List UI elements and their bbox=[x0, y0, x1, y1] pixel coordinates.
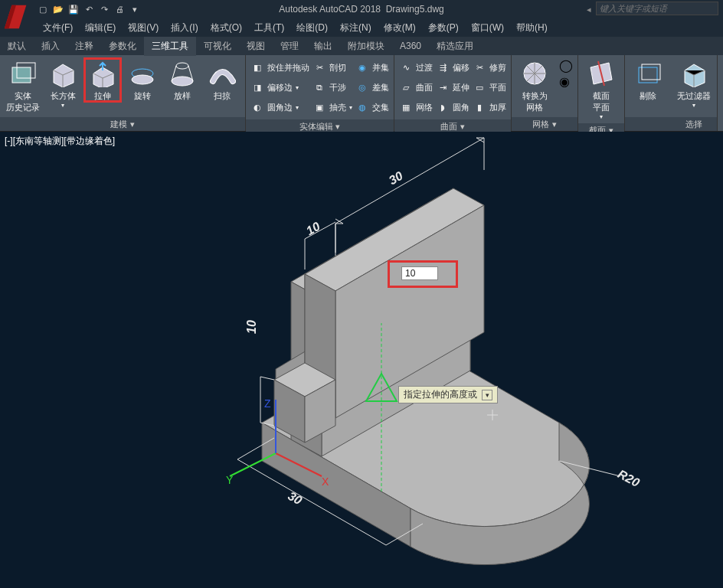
quick-access-toolbar: ▢ 📂 💾 ↶ ↷ 🖨 ▾ bbox=[37, 3, 141, 15]
menu-param[interactable]: 参数(P) bbox=[422, 21, 465, 34]
sweep-button[interactable]: 扫掠 bbox=[204, 58, 240, 102]
planar-icon: ▭ bbox=[473, 80, 486, 94]
mesh-refine-icon[interactable]: ◉ bbox=[559, 74, 573, 89]
panel-solid-edit: ◧按住并拖动 ◨偏移边▾ ◐圆角边▾ ✂剖切 ⧉干涉 ▣抽壳▾ ◉并集 ◎差集 … bbox=[246, 55, 394, 131]
trim-button[interactable]: ✂修剪 bbox=[473, 58, 506, 77]
chevron-left-icon[interactable]: ◂ bbox=[587, 5, 591, 15]
tab-insert[interactable]: 插入 bbox=[34, 37, 67, 56]
svg-text:Y: Y bbox=[226, 474, 234, 486]
panel-mesh: 转换为 网格 ◯ ◉ 网格 ▾ bbox=[512, 55, 578, 131]
surf-fillet-button[interactable]: ◗圆角 bbox=[436, 98, 469, 116]
tab-featured[interactable]: 精选应用 bbox=[429, 37, 481, 56]
box-icon bbox=[47, 58, 78, 89]
extrude-icon bbox=[87, 58, 118, 89]
titlebar: ▢ 📂 💾 ↶ ↷ 🖨 ▾ Autodesk AutoCAD 2018 Draw… bbox=[0, 0, 723, 18]
tab-output[interactable]: 输出 bbox=[306, 37, 340, 56]
svg-point-5 bbox=[172, 77, 193, 86]
intersect-button[interactable]: ◍交集 bbox=[355, 98, 389, 116]
extend-button[interactable]: ⇥延伸 bbox=[436, 78, 469, 96]
menu-draw[interactable]: 绘图(D) bbox=[290, 21, 334, 34]
offset-edge-button[interactable]: ◨偏移边▾ bbox=[250, 78, 309, 96]
subtract-button[interactable]: ◎差集 bbox=[355, 78, 389, 96]
subtract-icon: ◎ bbox=[355, 80, 369, 94]
svg-point-4 bbox=[176, 63, 188, 69]
tab-parametric[interactable]: 参数化 bbox=[101, 37, 144, 56]
to-mesh-button[interactable]: 转换为 网格 bbox=[516, 58, 553, 113]
panel-mesh-title[interactable]: 网格 ▾ bbox=[512, 117, 577, 131]
menu-modify[interactable]: 修改(M) bbox=[378, 21, 422, 34]
network-button[interactable]: ▦网络 bbox=[399, 98, 433, 116]
tab-default[interactable]: 默认 bbox=[0, 37, 34, 56]
menu-format[interactable]: 格式(O) bbox=[204, 21, 248, 34]
no-filter-button[interactable]: 无过滤器▾ bbox=[676, 58, 712, 109]
svg-text:X: X bbox=[322, 475, 329, 488]
slice-button[interactable]: ✂剖切 bbox=[312, 58, 352, 77]
tab-view[interactable]: 视图 bbox=[239, 37, 273, 56]
tab-addins[interactable]: 附加模块 bbox=[340, 37, 392, 56]
menu-dim[interactable]: 标注(N) bbox=[334, 21, 378, 34]
union-button[interactable]: ◉并集 bbox=[355, 58, 389, 77]
menu-view[interactable]: 视图(V) bbox=[122, 21, 165, 34]
section-plane-button[interactable]: 截面 平面▾ bbox=[583, 58, 620, 120]
panel-single-subtract: 剔除 bbox=[625, 55, 671, 131]
box-button[interactable]: 长方体▾ bbox=[44, 58, 81, 109]
panel-select-title[interactable]: 选择 bbox=[671, 117, 717, 131]
new-icon[interactable]: ▢ bbox=[37, 3, 49, 15]
section-plane-icon bbox=[586, 58, 617, 89]
tooltip-dropdown-icon[interactable]: ▾ bbox=[482, 390, 492, 400]
menu-file[interactable]: 文件(F) bbox=[37, 21, 79, 34]
cull-button[interactable]: 剔除 bbox=[630, 58, 666, 102]
save-icon[interactable]: 💾 bbox=[67, 3, 80, 15]
loft-button[interactable]: 放样 bbox=[164, 58, 201, 102]
menu-help[interactable]: 帮助(H) bbox=[510, 21, 554, 34]
tab-annotate[interactable]: 注释 bbox=[67, 37, 101, 56]
tab-a360[interactable]: A360 bbox=[392, 38, 429, 54]
presspull-button[interactable]: ◧按住并拖动 bbox=[250, 58, 309, 77]
app-logo[interactable] bbox=[0, 0, 32, 37]
intersect-icon: ◍ bbox=[355, 100, 369, 114]
tab-visualize[interactable]: 可视化 bbox=[196, 37, 239, 56]
redo-icon[interactable]: ↷ bbox=[98, 3, 110, 15]
revolve-button[interactable]: 旋转 bbox=[124, 58, 161, 102]
menu-window[interactable]: 窗口(W) bbox=[465, 21, 510, 34]
mesh-smooth-icon[interactable]: ◯ bbox=[559, 58, 573, 73]
ribbon-tabs: 默认 插入 注释 参数化 三维工具 可视化 视图 管理 输出 附加模块 A360… bbox=[0, 37, 723, 55]
extend-icon: ⇥ bbox=[436, 80, 450, 94]
solid-history-icon bbox=[8, 58, 38, 89]
surface-button[interactable]: ▱曲面 bbox=[399, 78, 433, 96]
interfere-button[interactable]: ⧉干涉 bbox=[312, 78, 352, 96]
sweep-icon bbox=[207, 58, 237, 89]
planar-button[interactable]: ▭平面 bbox=[473, 78, 506, 96]
chevron-down-icon[interactable]: ▾ bbox=[129, 3, 141, 15]
blend-button[interactable]: ∿过渡 bbox=[399, 58, 433, 77]
panel-select: 无过滤器▾ 选择 bbox=[671, 55, 718, 131]
solid-history-button[interactable]: 实体 历史记录 bbox=[5, 58, 41, 113]
undo-icon[interactable]: ↶ bbox=[83, 3, 95, 15]
fillet-edge-icon: ◐ bbox=[250, 100, 264, 114]
thicken-button[interactable]: ▮加厚 bbox=[473, 98, 506, 116]
trim-icon: ✂ bbox=[473, 60, 486, 74]
shell-icon: ▣ bbox=[312, 100, 326, 114]
extrude-button[interactable]: 拉伸 bbox=[84, 58, 121, 102]
menu-edit[interactable]: 编辑(E) bbox=[79, 21, 122, 34]
to-mesh-icon bbox=[519, 58, 550, 89]
height-input[interactable]: 10 bbox=[401, 266, 438, 280]
print-icon[interactable]: 🖨 bbox=[113, 3, 126, 15]
viewport[interactable]: [-][东南等轴测][带边缘着色] bbox=[0, 132, 723, 588]
union-icon: ◉ bbox=[355, 60, 369, 74]
shell-button[interactable]: ▣抽壳▾ bbox=[312, 98, 352, 116]
fillet-edge-button[interactable]: ◐圆角边▾ bbox=[250, 98, 309, 116]
panel-surface: ∿过渡 ▱曲面 ▦网络 ⇶偏移 ⇥延伸 ◗圆角 ✂修剪 ▭平面 ▮加厚 曲面 ▾ bbox=[394, 55, 512, 131]
panel-modeling: 实体 历史记录 长方体▾ 拉伸 旋转 放样 扫掠 建模 ▾ bbox=[0, 55, 246, 131]
menu-insert[interactable]: 插入(I) bbox=[165, 21, 204, 34]
panel-modeling-title[interactable]: 建模 ▾ bbox=[0, 117, 245, 131]
menu-tools[interactable]: 工具(T) bbox=[248, 21, 290, 34]
thicken-icon: ▮ bbox=[473, 100, 486, 114]
svg-text:Z: Z bbox=[264, 397, 271, 410]
command-tooltip: 指定拉伸的高度或 ▾ bbox=[398, 386, 498, 403]
search-input[interactable] bbox=[596, 2, 718, 15]
open-icon[interactable]: 📂 bbox=[52, 3, 64, 15]
tab-3dtools[interactable]: 三维工具 bbox=[144, 37, 196, 56]
tab-manage[interactable]: 管理 bbox=[273, 37, 306, 56]
surf-offset-button[interactable]: ⇶偏移 bbox=[436, 58, 469, 77]
